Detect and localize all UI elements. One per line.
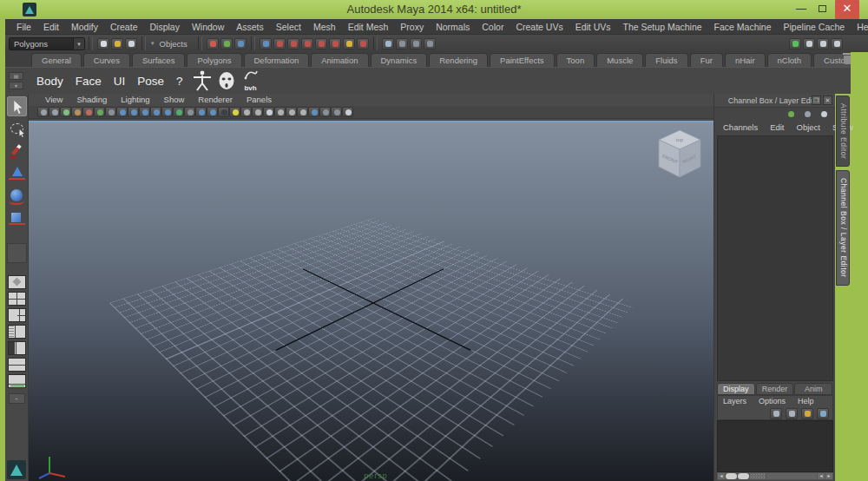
tool-settings-toggle-icon[interactable] [817, 38, 829, 49]
safe-title-icon[interactable] [173, 107, 184, 117]
shelf-tab-general[interactable]: General [31, 53, 82, 67]
snap-to-projected-center-icon[interactable] [301, 38, 313, 49]
lock-camera-icon[interactable] [49, 107, 60, 117]
menu-pipeline-cache[interactable]: Pipeline Cache [778, 19, 852, 35]
maximize-button[interactable] [812, 0, 832, 19]
bvh-import-icon[interactable]: bvh [240, 69, 262, 92]
new-render-layer-icon[interactable] [801, 408, 813, 419]
outliner-persp-layout-button[interactable] [8, 325, 26, 339]
gate-mask-icon[interactable] [139, 107, 150, 117]
layer-list[interactable] [717, 420, 833, 472]
render-current-frame-icon[interactable] [396, 38, 408, 49]
xray-icon[interactable] [274, 107, 286, 117]
render-view-icon[interactable] [382, 38, 394, 49]
two-pane-layout-button[interactable] [8, 358, 26, 372]
shelf-tab-curves[interactable]: Curves [83, 53, 130, 67]
hierarchy-mode-icon[interactable] [207, 38, 219, 49]
object-mode-icon[interactable] [220, 38, 233, 49]
show-outliner-icon[interactable] [789, 38, 801, 49]
layer-menu-help[interactable]: Help [792, 396, 819, 407]
panel-menu-view[interactable]: View [39, 94, 69, 106]
menu-edit-mesh[interactable]: Edit Mesh [342, 19, 395, 35]
channel-box-menu-edit[interactable]: Edit [765, 121, 789, 134]
scroll-track[interactable] [766, 473, 817, 479]
image-plane-icon[interactable] [82, 107, 94, 117]
new-scene-icon[interactable] [97, 38, 109, 49]
shelf-tab-polygons[interactable]: Polygons [187, 53, 241, 67]
film-gate-icon[interactable] [116, 107, 128, 117]
menu-set-dropdown[interactable]: Polygons ▾ [9, 37, 85, 50]
channel-box-toggle-icon[interactable] [831, 38, 843, 49]
menu-modify[interactable]: Modify [65, 19, 104, 35]
menu-assets[interactable]: Assets [230, 19, 270, 35]
menu-file[interactable]: File [10, 19, 37, 35]
wireframe-mode-icon[interactable] [184, 107, 195, 117]
channel-box-layer-editor-tab[interactable]: Channel Box / Layer Editor [836, 170, 850, 286]
scale-tool[interactable] [7, 209, 27, 229]
layer-tab-anim[interactable]: Anim [794, 383, 832, 395]
channel-box-header[interactable]: Channel Box / Layer Editor ❐ ✕ [714, 94, 835, 108]
menu-help[interactable]: Help [851, 19, 868, 35]
rotate-tool[interactable] [7, 187, 27, 207]
view-cube[interactable]: top FRONT RIGHT [654, 128, 705, 185]
layer-tab-render[interactable]: Render [756, 383, 794, 395]
shelf-tab-dynamics[interactable]: Dynamics [371, 53, 428, 67]
face-mask-icon[interactable] [215, 69, 238, 92]
isolate-select-icon[interactable] [308, 107, 319, 117]
use-all-lights-icon[interactable] [218, 107, 229, 117]
paint-select-tool[interactable] [7, 142, 27, 161]
divider[interactable] [198, 36, 202, 50]
textured-mode-icon[interactable] [207, 107, 218, 117]
divider[interactable] [89, 36, 93, 50]
manipulator-icon[interactable] [786, 109, 798, 120]
menu-mesh[interactable]: Mesh [307, 19, 342, 35]
panel-menu-panels[interactable]: Panels [240, 94, 278, 106]
shrink-toolbox-button[interactable]: - [9, 393, 25, 404]
menu-create[interactable]: Create [104, 19, 144, 35]
menu-normals[interactable]: Normals [430, 19, 476, 35]
safe-action-icon[interactable] [161, 107, 173, 117]
viewport-canvas[interactable]: top FRONT RIGHT persp [29, 121, 713, 481]
attribute-editor-tab[interactable]: Attribute Editor [836, 96, 850, 167]
open-scene-icon[interactable] [111, 38, 123, 49]
menu-face-machine[interactable]: Face Machine [708, 19, 778, 35]
lasso-select-tool[interactable] [7, 119, 27, 139]
divider[interactable] [373, 36, 378, 50]
channel-box-list[interactable] [717, 135, 833, 381]
lock-selection-icon[interactable] [343, 38, 355, 49]
menu-proxy[interactable]: Proxy [394, 19, 430, 35]
shelf-button-pose[interactable]: Pose [131, 71, 170, 91]
scroll-grip[interactable] [750, 473, 766, 479]
render-settings-icon[interactable] [424, 38, 436, 49]
divider[interactable] [251, 36, 255, 50]
shelf-tab-deformation[interactable]: Deformation [244, 53, 310, 67]
speed-dial-icon[interactable] [802, 109, 814, 120]
hypershade-persp-layout-button[interactable] [8, 341, 26, 355]
shelf-tab-menu-icon[interactable]: ▾ [9, 82, 23, 89]
shelf-tab-muscle[interactable]: Muscle [596, 53, 643, 67]
snap-to-curve-icon[interactable] [273, 38, 286, 49]
dropdown-arrow-icon[interactable]: ▾ [73, 38, 84, 49]
make-live-icon[interactable] [329, 38, 341, 49]
menu-select[interactable]: Select [270, 19, 307, 35]
hyperbolic-slider-icon[interactable] [819, 109, 831, 120]
scroll-right-icon[interactable]: ► [825, 473, 832, 479]
ambient-occlusion-icon[interactable] [252, 107, 263, 117]
attribute-editor-toggle-icon[interactable] [803, 38, 815, 49]
scroll-left-icon[interactable]: ◄ [718, 473, 725, 479]
collapse-arrow-icon[interactable]: ▾ [149, 40, 156, 47]
panel-menu-renderer[interactable]: Renderer [192, 94, 239, 106]
three-pane-layout-button[interactable] [8, 308, 26, 322]
multi-component-icon[interactable] [342, 107, 353, 117]
xray-active-icon[interactable] [297, 107, 308, 117]
channel-box-menu-channels[interactable]: Channels [718, 121, 763, 134]
close-panel-icon[interactable]: ✕ [823, 96, 832, 105]
panel-menu-shading[interactable]: Shading [70, 94, 113, 106]
divider[interactable] [141, 36, 146, 50]
shelf-tab-surfaces[interactable]: Surfaces [132, 53, 186, 67]
bookmark-icon[interactable] [71, 107, 82, 117]
menu-the-setup-machine[interactable]: The Setup Machine [617, 19, 708, 35]
shelf-button-help[interactable]: ? [170, 71, 189, 91]
separate-view-icon[interactable] [331, 107, 342, 117]
title-bar[interactable]: Autodesk Maya 2014 x64: untitled* — ✕ [0, 0, 868, 19]
